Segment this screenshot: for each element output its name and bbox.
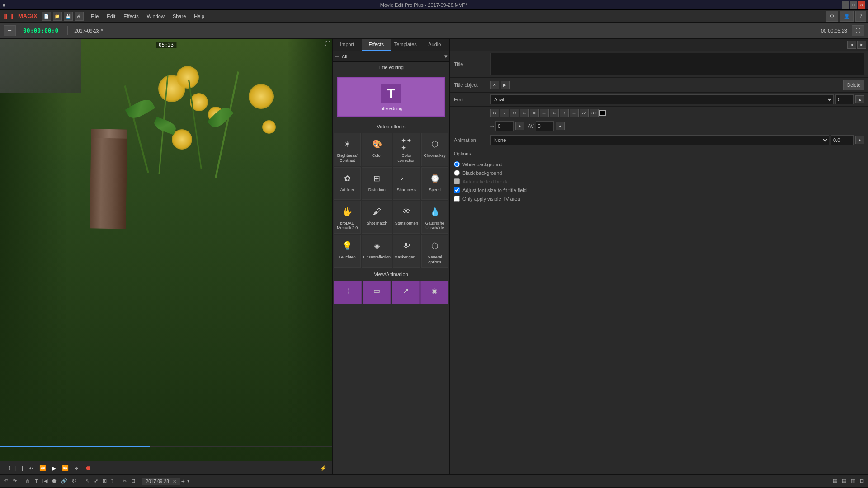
effects-content[interactable]: Title editing T Title editing Video effe…	[333, 62, 449, 474]
view-anim-1[interactable]: ⊹	[334, 281, 362, 304]
close-button[interactable]: ✕	[858, 1, 865, 9]
title-input[interactable]	[490, 53, 864, 75]
font-size-up[interactable]: ▲	[855, 95, 864, 103]
next-frame-btn[interactable]: ⏭	[72, 464, 81, 472]
group-btn[interactable]: ⊡	[130, 478, 137, 484]
minimize-button[interactable]: —	[842, 1, 849, 9]
ripple-btn[interactable]: ⤵	[110, 478, 115, 484]
select-btn[interactable]: ↖	[84, 478, 91, 484]
snap-btn[interactable]: ⚡	[318, 464, 329, 472]
mark-in-btn[interactable]: [	[13, 464, 18, 472]
3d-btn[interactable]: 3D	[590, 109, 599, 117]
link-btn[interactable]: 🔗	[60, 478, 69, 484]
record-btn[interactable]: ⏺	[83, 464, 93, 473]
prev-frame-btn[interactable]: ⏮	[27, 464, 36, 472]
grid-view-4-btn[interactable]: ⊞	[859, 478, 865, 484]
tab-templates[interactable]: Templates	[391, 39, 420, 51]
mark-out-btn[interactable]: ]	[20, 464, 25, 472]
menu-help[interactable]: Help	[190, 13, 208, 20]
rp-prev-btn[interactable]: ◄	[847, 41, 856, 49]
italic-btn[interactable]: I	[500, 109, 509, 117]
animation-select[interactable]: None	[490, 135, 829, 145]
print-icon[interactable]: 🖨	[75, 12, 84, 21]
save-icon[interactable]: 💾	[64, 12, 73, 21]
project-tab[interactable]: 2017-09-28* ✕	[142, 478, 180, 485]
effect-lens[interactable]: ◈ Linsenreflexion	[362, 235, 392, 268]
split-btn[interactable]: ⬟	[51, 478, 58, 484]
auto-text-break-checkbox[interactable]	[454, 178, 460, 184]
color-box-btn[interactable]	[599, 110, 606, 116]
bold-btn[interactable]: B	[490, 109, 499, 117]
razor-btn[interactable]: ✂	[121, 478, 128, 484]
delete-clip-btn[interactable]: 🗑	[24, 478, 32, 484]
text-tool-btn[interactable]: T	[33, 478, 39, 484]
effect-brightness[interactable]: ☀ Brightness/Contrast	[334, 133, 361, 166]
effect-leuchten[interactable]: 💡 Leuchten	[334, 235, 361, 268]
tab-audio[interactable]: Audio	[420, 39, 450, 51]
profile-icon[interactable]: 👤	[840, 11, 854, 22]
effect-mask[interactable]: 👁 Maskengen...	[393, 235, 420, 268]
effect-chroma-key[interactable]: ⬡ Chroma key	[421, 133, 448, 166]
title-obj-x-btn[interactable]: ✕	[490, 81, 499, 89]
track-dropdown-btn[interactable]: ▾	[186, 478, 191, 484]
effect-blur[interactable]: 💧 Gaus'sche Unschärfe	[421, 201, 448, 234]
grid-view-1-btn[interactable]: ▦	[831, 478, 839, 484]
effect-distortion[interactable]: ⊞ Distortion	[362, 167, 392, 200]
marker-btn[interactable]: |◀	[41, 478, 49, 484]
text-right-btn[interactable]: ➡	[570, 109, 579, 117]
grid-view-3-btn[interactable]: ▥	[849, 478, 857, 484]
superscript-btn[interactable]: A²	[580, 109, 589, 117]
dropdown-btn[interactable]: ▾	[444, 53, 448, 60]
leading-input[interactable]	[536, 121, 554, 131]
delete-btn[interactable]: Delete	[843, 80, 864, 90]
menu-window[interactable]: Window	[143, 13, 168, 20]
effect-color[interactable]: 🎨 Color	[362, 133, 392, 166]
font-size-input[interactable]	[835, 94, 854, 104]
text-center-btn[interactable]: ↕	[560, 109, 569, 117]
multi-select-btn[interactable]: ⊞	[101, 478, 108, 484]
underline-btn[interactable]: U	[510, 109, 519, 117]
rp-next-btn[interactable]: ►	[857, 41, 866, 49]
animation-up[interactable]: ▲	[855, 136, 864, 144]
align-center-btn[interactable]: ≡	[530, 109, 539, 117]
redo-btn[interactable]: ↷	[11, 478, 18, 484]
grid-view-2-btn[interactable]: ▤	[840, 478, 848, 484]
step-back-btn[interactable]: ⏪	[38, 464, 48, 472]
menu-share[interactable]: Share	[169, 13, 189, 20]
play-btn[interactable]: ▶	[50, 464, 58, 473]
view-anim-3[interactable]: ↗	[392, 281, 420, 304]
open-icon[interactable]: 📁	[53, 12, 62, 21]
menu-edit[interactable]: Edit	[103, 13, 119, 20]
tab-effects[interactable]: Effects	[362, 39, 392, 51]
menu-effects[interactable]: Effects	[120, 13, 142, 20]
fullscreen-toggle[interactable]: ⛶	[325, 41, 330, 47]
preview-progress-bar[interactable]	[0, 446, 332, 447]
kerning-input[interactable]	[495, 121, 514, 131]
view-anim-4[interactable]: ◉	[420, 281, 448, 304]
text-left-btn[interactable]: ⬅	[550, 109, 559, 117]
help-icon[interactable]: ?	[855, 11, 866, 22]
visible-tv-checkbox[interactable]	[454, 196, 460, 202]
tab-import[interactable]: Import	[333, 39, 362, 51]
font-select[interactable]: Arial	[490, 94, 834, 104]
new-icon[interactable]: 📄	[42, 12, 51, 21]
settings-icon[interactable]: ⚙	[826, 11, 838, 22]
add-track-btn[interactable]: +	[181, 478, 185, 485]
title-obj-arrow-btn[interactable]: ▶|	[501, 81, 510, 89]
adjust-font-checkbox[interactable]	[454, 187, 460, 193]
kerning-up[interactable]: ▲	[515, 122, 524, 130]
effect-transformers[interactable]: 👁 Stanstormen	[393, 201, 420, 234]
back-btn[interactable]: ←	[335, 53, 340, 60]
undo-btn[interactable]: ↶	[3, 478, 9, 484]
fullscreen-btn[interactable]: ⛶	[852, 25, 864, 36]
step-fwd-btn[interactable]: ⏩	[60, 464, 71, 472]
menu-toggle[interactable]: ☰	[4, 25, 16, 36]
effect-general[interactable]: ⬡ General options	[421, 235, 448, 268]
black-bg-radio[interactable]	[454, 170, 460, 176]
white-bg-radio[interactable]	[454, 161, 460, 167]
menu-file[interactable]: File	[87, 13, 103, 20]
effect-sharpness[interactable]: ⟋⟋ Sharpness	[393, 167, 420, 200]
effect-art-filter[interactable]: ✿ Art filter	[334, 167, 361, 200]
title-editing-item[interactable]: T Title editing	[337, 77, 445, 117]
animation-amount-input[interactable]	[831, 135, 854, 145]
